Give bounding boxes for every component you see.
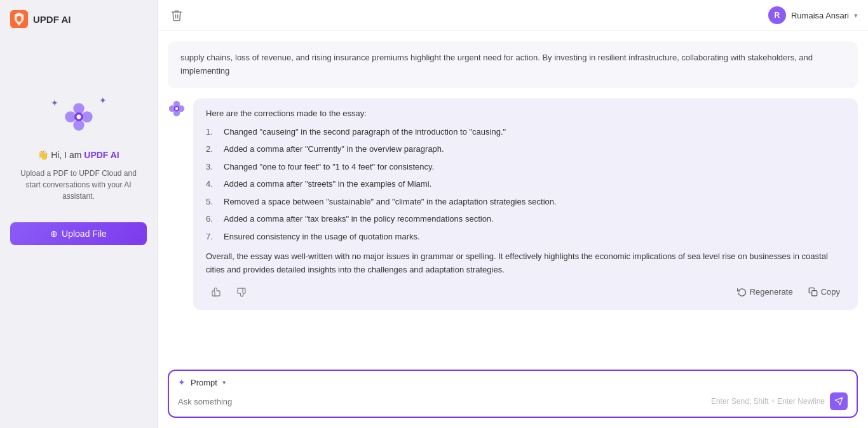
trash-icon <box>170 9 183 22</box>
regenerate-label: Regenerate <box>750 287 793 297</box>
chat-input[interactable] <box>178 397 706 406</box>
partial-message: supply chains, loss of revenue, and risi… <box>168 41 858 88</box>
thumbs-up-icon <box>211 287 221 297</box>
ai-logo-area: ✦ ✦ <box>53 91 104 142</box>
sparkle-icon: ✦ <box>178 377 186 387</box>
input-box: ✦ Prompt ▾ Enter Send; Shift + Enter New… <box>168 370 858 418</box>
prompt-chevron-icon[interactable]: ▾ <box>222 378 226 387</box>
svg-point-3 <box>65 111 76 122</box>
send-icon <box>834 397 843 406</box>
message-actions: Regenerate Copy <box>206 284 845 300</box>
ai-message: Here are the corrections made to the ess… <box>168 98 858 310</box>
delete-button[interactable] <box>168 6 186 24</box>
input-hint: Enter Send; Shift + Enter Newline <box>711 397 825 406</box>
ai-intro-text: Here are the corrections made to the ess… <box>206 109 845 118</box>
regenerate-button[interactable]: Regenerate <box>732 284 798 299</box>
input-field-row: Enter Send; Shift + Enter Newline <box>178 392 848 410</box>
sidebar-logo: UPDF AI <box>10 10 71 28</box>
upload-file-button[interactable]: ⊕ Upload File <box>10 222 147 245</box>
list-item: 3. Changed "one to four feet" to "1 to 4… <box>206 161 845 173</box>
regenerate-icon <box>737 287 747 297</box>
input-top-row: ✦ Prompt ▾ <box>178 377 848 387</box>
main-header: R Rumaisa Ansari ▾ <box>158 0 868 31</box>
list-item: 5. Removed a space between "sustainable"… <box>206 196 845 208</box>
list-item: 6. Added a comma after "tax breaks" in t… <box>206 213 845 225</box>
main-panel: R Rumaisa Ansari ▾ supply chains, loss o… <box>158 0 868 428</box>
input-area: ✦ Prompt ▾ Enter Send; Shift + Enter New… <box>158 362 868 428</box>
sparkle-left-icon: ✦ <box>51 98 58 108</box>
copy-button[interactable]: Copy <box>803 284 845 299</box>
prompt-label: Prompt <box>191 378 217 387</box>
svg-point-1 <box>73 103 84 114</box>
upload-icon: ⊕ <box>50 229 58 239</box>
greeting-text: 👋 Hi, I am UPDF AI <box>37 150 119 160</box>
corrections-list: 1. Changed "causeing" in the second para… <box>206 126 845 243</box>
user-avatar: R <box>768 6 786 24</box>
updf-logo-icon <box>10 10 28 28</box>
user-menu[interactable]: R Rumaisa Ansari ▾ <box>768 6 858 24</box>
chevron-down-icon: ▾ <box>854 11 858 20</box>
svg-point-6 <box>76 115 81 119</box>
svg-rect-13 <box>811 291 817 296</box>
list-item: 2. Added a comma after "Currently" in th… <box>206 143 845 156</box>
user-name: Rumaisa Ansari <box>791 11 849 20</box>
sidebar: UPDF AI ✦ ✦ 👋 Hi, I am UPDF AI Upload a … <box>0 0 158 428</box>
list-item: 7. Ensured consistency in the usage of q… <box>206 231 845 243</box>
list-item: 1. Changed "causeing" in the second para… <box>206 126 845 138</box>
svg-point-12 <box>175 107 178 109</box>
sidebar-description: Upload a PDF to UPDF Cloud and start con… <box>10 168 147 202</box>
ai-response-bubble: Here are the corrections made to the ess… <box>193 98 858 310</box>
thumbs-up-button[interactable] <box>206 284 226 300</box>
ai-brand-icon <box>62 100 95 133</box>
brand-name: UPDF AI <box>84 150 119 160</box>
thumbs-down-button[interactable] <box>231 284 252 300</box>
copy-icon <box>808 287 818 297</box>
ai-message-icon <box>168 100 186 117</box>
overall-text: Overall, the essay was well-written with… <box>206 250 845 277</box>
app-title: UPDF AI <box>33 14 71 25</box>
chat-area: supply chains, loss of revenue, and risi… <box>158 31 868 362</box>
sparkle-right-icon: ✦ <box>99 95 107 105</box>
thumbs-down-icon <box>236 287 247 297</box>
sidebar-center: ✦ ✦ 👋 Hi, I am UPDF AI Upload a PDF to U… <box>10 91 147 245</box>
list-item: 4. Added a comma after "streets" in the … <box>206 178 845 191</box>
send-button[interactable] <box>830 392 848 410</box>
copy-label: Copy <box>821 287 840 297</box>
